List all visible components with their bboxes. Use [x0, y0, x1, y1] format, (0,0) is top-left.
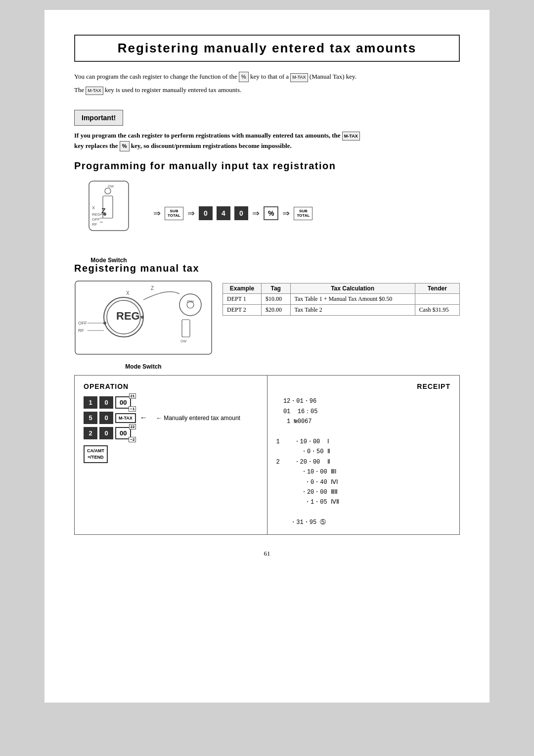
svg-text:REG: REG	[92, 212, 100, 217]
mode-switch-large-diagram: REG X Z OFF RF OW	[74, 280, 213, 370]
seq-key-0-1: 0	[199, 206, 213, 220]
table-row: DEPT 2 $20.00 Tax Table 2 Cash $31.95	[223, 305, 460, 316]
svg-rect-28	[182, 320, 190, 337]
svg-text:Z: Z	[151, 285, 154, 291]
op-receipt-container: OPERATION 1 0 00 21 −1 5 0 M-TAX ← ← Man…	[74, 375, 460, 535]
example-table: Example Tag Tax Calculation Tender DEPT …	[222, 283, 460, 316]
important-section: Important! If you program the cash regis…	[74, 102, 460, 151]
key-sequence: ⇒ SUB TOTAL ⇒ 0 4 0 ⇒ % ⇒ SUB TOTAL	[153, 206, 312, 220]
key-1: 1	[84, 396, 97, 409]
seq-key-0-2: 0	[234, 206, 248, 220]
svg-text:X: X	[92, 205, 95, 210]
svg-point-25	[179, 294, 201, 316]
svg-point-17	[141, 316, 144, 319]
reg-lower-section: REG X Z OFF RF OW	[74, 280, 460, 370]
col-header-tender: Tender	[415, 284, 459, 294]
manual-tax-note: ← Manually entered tax amount	[156, 415, 240, 422]
main-title-box: Registering manually entered tax amounts	[74, 35, 460, 62]
key-row-3: 2 0 00 22 −2	[84, 427, 258, 439]
mode-switch-small-diagram: OW Z X REG OFF RF	[74, 179, 143, 248]
key-row-2: 5 0 M-TAX ← ← Manually entered tax amoun…	[84, 412, 258, 424]
mtax-key-inline2: M-TAX	[86, 87, 103, 95]
operation-section: OPERATION 1 0 00 21 −1 5 0 M-TAX ← ← Man…	[75, 376, 267, 534]
arrow-4: ⇒	[282, 208, 290, 219]
reg-section-title: Registering manual tax	[74, 263, 460, 274]
prog-section-title: Programming for manually input tax regis…	[74, 160, 460, 172]
mtax-key-important: M-TAX	[342, 132, 360, 141]
important-label-box: Important!	[74, 110, 123, 126]
row1-amount: $10.00	[261, 294, 290, 305]
key-mtax: M-TAX	[115, 413, 136, 423]
key-00-2: 00 22 −2	[115, 427, 131, 439]
receipt-content: 12・01・96 01 16：05 1 №0067 1 ・10・00 Ⅰ ・0・…	[276, 396, 451, 527]
percent-key-important: %	[120, 141, 130, 152]
svg-point-2	[105, 188, 111, 194]
mode-switch-large-label: Mode Switch	[74, 363, 213, 370]
page: Registering manually entered tax amounts…	[44, 10, 490, 703]
operation-header: OPERATION	[84, 382, 258, 390]
receipt-header: RECEIPT	[276, 382, 451, 390]
svg-point-24	[103, 322, 106, 325]
row1-tender	[415, 294, 459, 305]
row2-tender: Cash $31.95	[415, 305, 459, 316]
col-header-tax: Tax Calculation	[290, 284, 415, 294]
arrow-manual: ←	[140, 414, 147, 422]
svg-text:OFF: OFF	[92, 217, 100, 222]
key-row-1: 1 0 00 21 −1	[84, 396, 258, 409]
row1-tax: Tax Table 1 + Manual Tax Amount $0.50	[290, 294, 415, 305]
page-title: Registering manually entered tax amounts	[85, 41, 449, 56]
table-row: DEPT 1 $10.00 Tax Table 1 + Manual Tax A…	[223, 294, 460, 305]
example-area: Example Tag Tax Calculation Tender DEPT …	[222, 280, 460, 316]
mode-switch-small-label: Mode Switch	[74, 257, 143, 264]
svg-text:OFF: OFF	[78, 321, 87, 326]
arrow-3: ⇒	[252, 208, 260, 219]
arrow-1: ⇒	[153, 208, 161, 219]
col-header-example: Example	[223, 284, 262, 294]
row1-dept: DEPT 1	[223, 294, 262, 305]
svg-text:OW: OW	[108, 185, 114, 188]
mtax-key-inline: M-TAX	[290, 73, 308, 82]
key-5: 5	[84, 412, 97, 424]
row2-amount: $20.00	[261, 305, 290, 316]
svg-point-12	[103, 213, 106, 216]
row2-tax: Tax Table 2	[290, 305, 415, 316]
row2-dept: DEPT 2	[223, 305, 262, 316]
sub-total-key-1: SUB TOTAL	[165, 207, 183, 220]
svg-text:REG: REG	[116, 310, 140, 322]
receipt-section: RECEIPT 12・01・96 01 16：05 1 №0067 1 ・10・…	[267, 376, 460, 534]
key-0-2: 0	[99, 412, 113, 424]
prog-diagram-section: OW Z X REG OFF RF	[74, 179, 460, 248]
arrow-2: ⇒	[187, 208, 195, 219]
sub-total-key-2: SUB TOTAL	[294, 207, 312, 220]
important-text: If you program the cash register to perf…	[74, 131, 460, 151]
intro-paragraph-2: The M-TAX key is used to register manual…	[74, 85, 460, 95]
svg-text:RF: RF	[92, 222, 97, 227]
seq-key-4: 4	[217, 206, 230, 220]
page-number: 61	[74, 550, 460, 558]
key-2: 2	[84, 427, 97, 439]
key-0-3: 0	[99, 427, 113, 439]
svg-text:RF: RF	[78, 328, 84, 333]
key-0-1: 0	[99, 396, 113, 409]
svg-text:OW: OW	[180, 339, 186, 343]
key-ca-tend: CA/AMT=/TEND	[84, 445, 108, 463]
col-header-tag: Tag	[261, 284, 290, 294]
intro-paragraph-1: You can program the cash register to cha…	[74, 72, 460, 82]
percent-key-inline: %	[239, 72, 249, 82]
svg-text:X: X	[126, 290, 130, 296]
percent-key-seq: %	[264, 206, 278, 220]
key-00-1: 00 21 −1	[115, 396, 131, 409]
key-row-4: CA/AMT=/TEND	[84, 445, 258, 463]
